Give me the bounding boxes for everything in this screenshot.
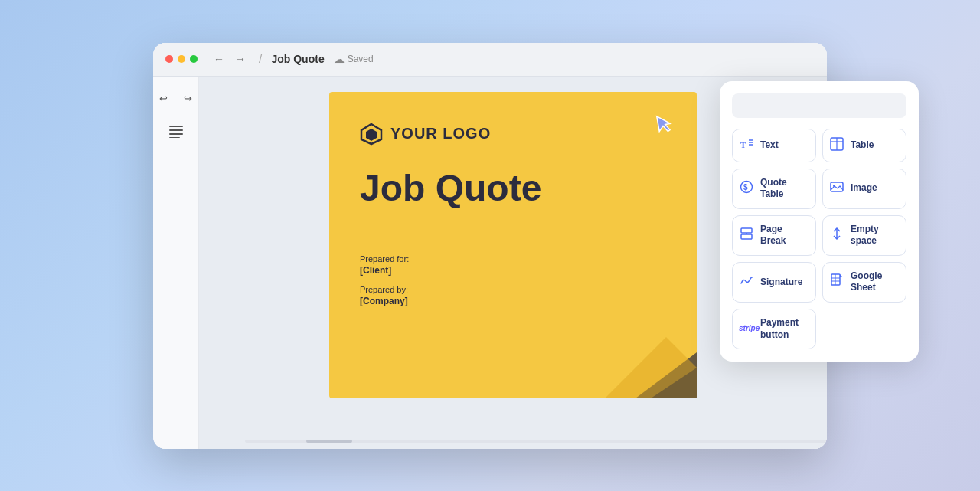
panel-item-quote-table[interactable]: $ Quote Table xyxy=(732,169,816,209)
editor-sidebar: ↩ ↪ xyxy=(153,77,199,449)
text-block-icon: T xyxy=(739,137,754,154)
forward-arrow[interactable]: → xyxy=(231,50,250,68)
logo-text: YOUR LOGO xyxy=(390,125,491,142)
document-menu-button[interactable] xyxy=(162,118,190,146)
prepared-section: Prepared for: [Client] Prepared by: [Com… xyxy=(360,254,666,306)
google-sheet-icon xyxy=(829,273,844,290)
svg-rect-18 xyxy=(831,182,843,191)
svg-rect-2 xyxy=(169,133,183,135)
doc-decorative xyxy=(544,306,697,398)
undo-button[interactable]: ↩ xyxy=(154,89,174,109)
prepared-by-label: Prepared by: xyxy=(360,285,666,294)
panel-item-text[interactable]: T Text xyxy=(732,129,816,162)
panel-item-empty-space[interactable]: Empty space xyxy=(822,215,906,256)
panel-item-payment-button[interactable]: stripe Payment button xyxy=(732,309,816,349)
svg-text:stripe: stripe xyxy=(739,324,760,332)
browser-controls xyxy=(165,55,198,63)
logo-area: YOUR LOGO xyxy=(360,123,666,146)
block-items-grid: T Text Table xyxy=(732,129,906,350)
block-picker-panel: T Text Table xyxy=(720,81,919,362)
panel-item-signature[interactable]: Signature xyxy=(732,262,816,303)
page-break-label: Page Break xyxy=(760,224,809,247)
path-separator: / xyxy=(259,52,262,66)
google-sheet-label: Google Sheet xyxy=(851,270,900,294)
svg-text:T: T xyxy=(740,140,746,149)
cloud-icon: ☁ xyxy=(334,53,345,65)
panel-item-image[interactable]: Image xyxy=(822,169,906,209)
undo-redo-toolbar: ↩ ↪ xyxy=(153,86,201,112)
svg-rect-20 xyxy=(741,228,752,233)
empty-space-icon xyxy=(829,227,844,244)
svg-marker-5 xyxy=(366,129,377,141)
saved-badge: ☁ Saved xyxy=(334,53,374,65)
browser-topbar: ← → / Job Quote ☁ Saved xyxy=(153,43,827,77)
svg-rect-21 xyxy=(741,234,752,239)
redo-button[interactable]: ↪ xyxy=(178,89,198,109)
panel-item-google-sheet[interactable]: Google Sheet xyxy=(822,262,906,303)
panel-item-table[interactable]: Table xyxy=(822,129,906,162)
nav-arrows: ← → xyxy=(210,50,250,68)
empty-space-label: Empty space xyxy=(851,224,900,247)
quote-table-label: Quote Table xyxy=(760,177,809,201)
text-block-label: Text xyxy=(760,139,779,152)
logo-icon xyxy=(360,123,383,146)
svg-rect-3 xyxy=(169,137,180,138)
document-title: Job Quote xyxy=(271,53,324,65)
panel-item-page-break[interactable]: Page Break xyxy=(732,215,816,256)
table-block-label: Table xyxy=(851,139,874,152)
back-arrow[interactable]: ← xyxy=(210,50,228,68)
browser-dot-green xyxy=(190,55,198,63)
document-heading: Job Quote xyxy=(360,169,666,209)
payment-button-icon: stripe xyxy=(739,322,754,336)
document-page: YOUR LOGO Job Quote Prepared for: [Clien… xyxy=(329,92,697,398)
page-break-icon xyxy=(739,227,754,244)
image-block-icon xyxy=(829,180,844,197)
scrollbar-thumb[interactable] xyxy=(306,440,352,443)
image-block-label: Image xyxy=(851,182,877,195)
signature-label: Signature xyxy=(760,277,802,289)
horizontal-scrollbar[interactable] xyxy=(245,440,827,443)
quote-table-icon: $ xyxy=(739,180,754,197)
svg-rect-0 xyxy=(169,126,183,127)
payment-button-label: Payment button xyxy=(760,317,809,341)
prepared-for-label: Prepared for: xyxy=(360,254,666,264)
lines-icon xyxy=(169,126,183,138)
browser-dot-red xyxy=(165,55,173,63)
laptop-frame: ← → / Job Quote ☁ Saved ↩ ↪ xyxy=(153,43,827,449)
browser-dot-yellow xyxy=(178,55,185,63)
prepared-by-value: [Company] xyxy=(360,296,666,306)
prepared-for-value: [Client] xyxy=(360,265,666,276)
signature-icon xyxy=(739,273,754,290)
table-block-icon xyxy=(829,137,844,154)
svg-rect-1 xyxy=(169,129,183,131)
panel-search-bar[interactable] xyxy=(732,93,906,118)
saved-label: Saved xyxy=(348,54,374,64)
svg-text:$: $ xyxy=(743,183,748,191)
